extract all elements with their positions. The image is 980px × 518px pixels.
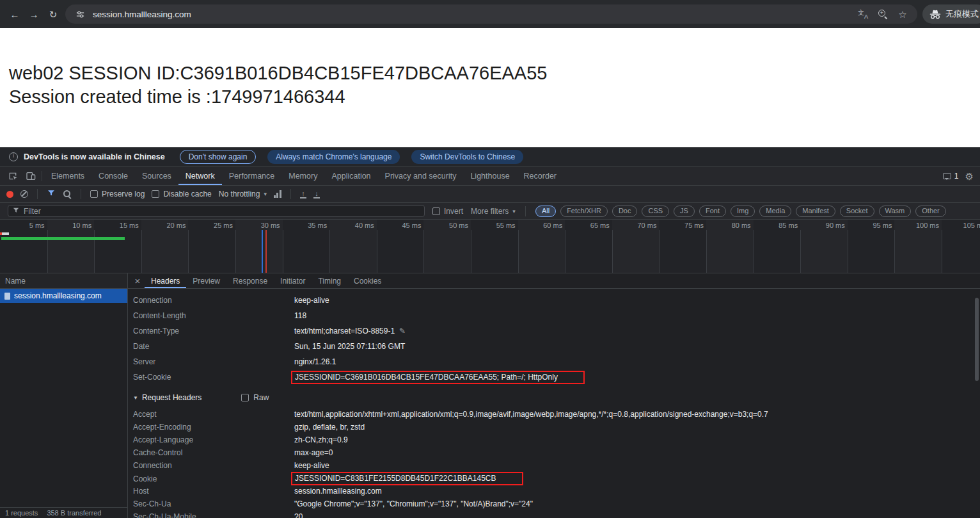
network-overview[interactable]: 5 ms 10 ms 15 ms 20 ms 25 ms 30 ms [0, 220, 980, 273]
devtools-tab[interactable]: Sources [135, 167, 178, 185]
header-name: Accept-Encoding [133, 423, 294, 432]
back-icon: ← [10, 10, 20, 19]
filter-type-pill[interactable]: Font [699, 206, 726, 217]
raw-control[interactable]: Raw [241, 393, 269, 402]
request-headers-section-toggle[interactable]: ▼ Request Headers [133, 393, 202, 402]
header-value: Sun, 15 Jun 2025 07:11:06 GMT [294, 342, 980, 351]
settings-gear-icon[interactable]: ⚙ [965, 172, 974, 181]
filter-type-pill[interactable]: Manifest [796, 206, 835, 217]
devtools-tab[interactable]: Elements [44, 167, 91, 185]
filter-type-pill[interactable]: CSS [642, 206, 669, 217]
details-tabbar: × HeadersPreviewResponseInitiatorTimingC… [128, 273, 980, 289]
filter-type-pill[interactable]: Doc [612, 206, 638, 217]
details-tab[interactable]: Response [226, 273, 274, 288]
devtools-tab[interactable]: Privacy and security [378, 167, 464, 185]
search-icon[interactable] [63, 190, 72, 198]
bookmark-star-icon[interactable]: ☆ [896, 7, 910, 21]
session-time-text: Session created time is :1749971466344 [9, 85, 980, 109]
more-filters-dropdown[interactable]: More filters ▾ [471, 207, 516, 216]
filter-type-pill[interactable]: JS [674, 206, 695, 217]
network-conditions-icon[interactable] [274, 190, 281, 198]
details-tab[interactable]: Headers [145, 273, 186, 288]
header-value: zh-CN,zh;q=0.9 [294, 435, 980, 444]
back-button[interactable]: ← [5, 4, 24, 24]
requests-summary: 1 requests 358 B transferred [0, 507, 127, 518]
close-icon[interactable]: × [130, 275, 145, 286]
devtools-tab[interactable]: Console [91, 167, 135, 185]
requests-count: 1 requests [5, 509, 38, 517]
network-main: Name session.hmallleasing.com 1 requests… [0, 273, 980, 518]
infobar-match-language-button[interactable]: Always match Chrome's language [267, 150, 400, 164]
header-name: Host [133, 487, 294, 496]
address-bar[interactable]: session.hmallleasing.com ☆ [65, 4, 917, 24]
infobar-switch-chinese-button[interactable]: Switch DevTools to Chinese [411, 150, 523, 164]
filter-type-pill[interactable]: Media [759, 206, 791, 217]
raw-checkbox[interactable] [241, 394, 249, 401]
filter-type-pill[interactable]: Fetch/XHR [560, 206, 608, 217]
url-text[interactable]: session.hmallleasing.com [93, 10, 191, 19]
header-name: Sec-Ch-Ua [133, 499, 294, 508]
devtools-tab[interactable]: Performance [222, 167, 282, 185]
filter-toggle-icon[interactable] [47, 189, 56, 199]
devtools-tabs: ElementsConsoleSourcesNetworkPerformance… [44, 167, 564, 185]
filter-type-pill[interactable]: All [535, 206, 556, 217]
filter-input[interactable] [24, 207, 420, 216]
request-row[interactable]: session.hmallleasing.com [0, 289, 127, 303]
scrollbar-thumb[interactable] [975, 298, 979, 381]
session-id-text: web02 SESSION ID:C3691B016DB4CB15FE47DBC… [9, 61, 980, 85]
reload-button[interactable]: ↻ [43, 4, 63, 24]
export-har-button[interactable]: ↓ [313, 190, 320, 198]
devtools-tab[interactable]: Recorder [517, 167, 564, 185]
network-toolbar: Preserve log Disable cache No throttling… [0, 186, 980, 203]
filter-type-pill[interactable]: Img [731, 206, 755, 217]
devtools-tab[interactable]: Memory [281, 167, 324, 185]
header-row: Sec-Ch-Ua "Google Chrome";v="137", "Chro… [128, 498, 980, 510]
incognito-badge: 无痕模式 [922, 4, 980, 24]
issues-bubble-icon [943, 173, 951, 179]
request-details-pane: × HeadersPreviewResponseInitiatorTimingC… [128, 273, 980, 518]
header-value: JSESSIONID=C3691B016DB4CB15FE47DBCAA76EA… [294, 371, 980, 384]
clear-button[interactable] [20, 190, 28, 198]
filter-type-pill[interactable]: Wasm [879, 206, 912, 217]
devtools-tab[interactable]: Application [324, 167, 377, 185]
device-toolbar-icon[interactable] [22, 167, 40, 185]
network-filter-row: Invert More filters ▾ AllFetch/XHRDocCSS… [0, 203, 980, 220]
devtools-tab[interactable]: Lighthouse [463, 167, 516, 185]
disable-cache-control[interactable]: Disable cache [152, 190, 211, 198]
details-tab[interactable]: Preview [186, 273, 226, 288]
header-value: max-age=0 [294, 448, 980, 457]
zoom-icon[interactable] [876, 7, 890, 21]
infobar-dismiss-button[interactable]: Don't show again [180, 150, 257, 164]
filter-type-pill[interactable]: Other [915, 206, 946, 217]
invert-control[interactable]: Invert [432, 207, 463, 216]
site-info-icon[interactable] [73, 7, 87, 21]
details-tab[interactable]: Initiator [274, 273, 312, 288]
preserve-log-label: Preserve log [102, 190, 145, 198]
edit-icon[interactable] [399, 327, 406, 336]
invert-checkbox[interactable] [432, 207, 440, 215]
issues-indicator[interactable]: 1 [943, 172, 959, 181]
header-row: Accept text/html,application/xhtml+xml,a… [128, 408, 980, 421]
request-list-empty [0, 303, 127, 507]
forward-button[interactable]: → [24, 4, 43, 24]
header-row: Date Sun, 15 Jun 2025 07:11:06 GMT [128, 339, 980, 354]
filter-type-pill[interactable]: Socket [840, 206, 874, 217]
devtools-tab[interactable]: Network [178, 167, 222, 185]
record-button[interactable] [6, 191, 13, 198]
incognito-label: 无痕模式 [945, 8, 979, 20]
triangle-down-icon: ▼ [133, 395, 138, 401]
details-tab[interactable]: Cookies [347, 273, 388, 288]
header-name: Date [133, 342, 294, 351]
details-tab[interactable]: Timing [312, 273, 347, 288]
header-row: Accept-Encoding gzip, deflate, br, zstd [128, 421, 980, 433]
filter-input-box[interactable] [8, 205, 425, 217]
import-har-button[interactable]: ↑ [300, 190, 306, 198]
inspect-element-icon[interactable] [4, 167, 22, 185]
preserve-log-checkbox[interactable] [90, 190, 98, 198]
disable-cache-checkbox[interactable] [152, 190, 159, 198]
header-value: text/html,application/xhtml+xml,applicat… [294, 410, 980, 419]
translate-icon[interactable] [856, 7, 870, 21]
throttling-select[interactable]: No throttling ▾ [219, 190, 267, 198]
requests-name-header[interactable]: Name [0, 273, 127, 289]
preserve-log-control[interactable]: Preserve log [90, 190, 145, 198]
